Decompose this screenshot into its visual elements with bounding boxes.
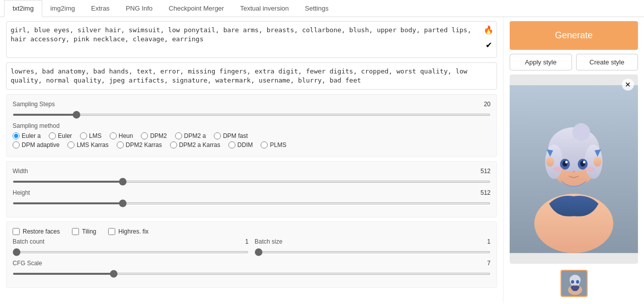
batch-size-value: 1 — [487, 238, 491, 245]
radio-ddim[interactable]: DDIM — [228, 141, 253, 148]
fire-icon-button[interactable]: 🔥 — [482, 23, 495, 36]
thumbnail-item[interactable] — [560, 270, 588, 297]
style-buttons-row: Apply style Create style — [510, 54, 638, 70]
dimensions-section: Width 512 Height 512 — [6, 161, 497, 217]
svg-point-18 — [594, 157, 602, 167]
svg-point-15 — [585, 167, 595, 172]
tab-textual-inversion[interactable]: Textual inversion — [232, 0, 297, 17]
radio-plms[interactable]: PLMS — [261, 141, 286, 148]
batch-size-row: Batch size 1 — [255, 238, 491, 255]
steps-value: 20 — [484, 101, 491, 108]
check-icon-button[interactable]: ✔ — [482, 38, 495, 51]
radio-lms[interactable]: LMS — [80, 132, 102, 139]
cfg-value: 7 — [487, 260, 491, 267]
svg-point-24 — [576, 280, 579, 284]
svg-point-16 — [573, 171, 576, 173]
svg-point-14 — [553, 167, 563, 172]
svg-point-5 — [573, 123, 590, 141]
sampling-section: Sampling Steps 20 Sampling method Euler … — [6, 94, 497, 157]
svg-point-23 — [571, 280, 574, 284]
tab-img2img[interactable]: img2img — [42, 0, 83, 17]
tab-png-info[interactable]: PNG Info — [118, 0, 160, 17]
radio-dpm2[interactable]: DPM2 — [141, 132, 167, 139]
checkbox-row: Restore faces Tiling Highres. fix — [13, 228, 491, 235]
image-display-area: ✕ — [510, 74, 638, 264]
width-slider[interactable] — [13, 181, 491, 183]
tiling-label: Tiling — [82, 228, 96, 235]
batch-count-value: 1 — [245, 238, 249, 245]
highres-fix-label: Highres. fix — [118, 228, 148, 235]
prompt-icons: 🔥 ✔ — [482, 23, 495, 51]
svg-point-21 — [570, 275, 581, 285]
sampling-method-label: Sampling method — [13, 122, 491, 129]
right-panel: Generate Apply style Create style — [503, 17, 644, 303]
height-slider-row: Height 512 — [13, 189, 491, 206]
options-section: Restore faces Tiling Highres. fix Batch … — [6, 221, 497, 288]
radio-heun[interactable]: Heun — [110, 132, 133, 139]
svg-point-12 — [565, 161, 568, 164]
svg-point-13 — [583, 161, 586, 164]
batch-size-label: Batch size — [255, 238, 282, 245]
height-slider[interactable] — [13, 202, 491, 204]
width-value: 512 — [480, 168, 491, 175]
negative-prompt-input[interactable] — [6, 62, 497, 90]
close-image-button[interactable]: ✕ — [622, 79, 634, 91]
radio-dpm2a[interactable]: DPM2 a — [175, 132, 206, 139]
steps-label: Sampling Steps — [13, 101, 55, 108]
radio-lms-karras[interactable]: LMS Karras — [67, 141, 108, 148]
radio-euler[interactable]: Euler — [49, 132, 72, 139]
width-slider-row: Width 512 — [13, 168, 491, 184]
sampling-method-row2: DPM adaptive LMS Karras DPM2 Karras DPM2… — [13, 141, 491, 148]
radio-euler-a[interactable]: Euler a — [13, 132, 41, 139]
width-label: Width — [13, 168, 28, 175]
batch-size-slider[interactable] — [255, 251, 491, 253]
radio-dpm-fast[interactable]: DPM fast — [214, 132, 248, 139]
cfg-label: CFG Scale — [13, 260, 42, 267]
height-value: 512 — [480, 189, 491, 196]
positive-prompt-input[interactable] — [6, 21, 497, 58]
tab-checkpoint-merger[interactable]: Checkpoint Merger — [160, 0, 232, 17]
tab-extras[interactable]: Extras — [83, 0, 118, 17]
tiling-checkbox[interactable]: Tiling — [72, 228, 96, 235]
batch-sliders: Batch count 1 Batch size 1 — [13, 238, 491, 260]
svg-point-17 — [546, 157, 554, 167]
steps-slider-row: Sampling Steps 20 — [13, 101, 491, 117]
generated-image — [510, 74, 638, 264]
restore-faces-checkbox[interactable]: Restore faces — [13, 228, 60, 235]
radio-dpm-adaptive[interactable]: DPM adaptive — [13, 141, 59, 148]
highres-fix-checkbox[interactable]: Highres. fix — [108, 228, 148, 235]
positive-prompt-area: 🔥 ✔ — [6, 21, 497, 59]
sampling-method-row1: Euler a Euler LMS Heun DPM2 — [13, 132, 491, 139]
steps-slider[interactable] — [13, 114, 491, 116]
radio-dpm2a-karras[interactable]: DPM2 a Karras — [170, 141, 220, 148]
apply-style-button[interactable]: Apply style — [510, 54, 572, 70]
cfg-scale-row: CFG Scale 7 — [13, 260, 491, 276]
thumbnail-strip — [510, 268, 638, 299]
left-panel: 🔥 ✔ Sampling Steps 20 Sampling method — [0, 17, 503, 303]
tab-bar: txt2img img2img Extras PNG Info Checkpoi… — [0, 0, 644, 17]
restore-faces-label: Restore faces — [23, 228, 60, 235]
batch-count-label: Batch count — [13, 238, 44, 245]
tab-settings[interactable]: Settings — [297, 0, 337, 17]
negative-prompt-area — [6, 62, 497, 91]
batch-count-slider[interactable] — [13, 251, 249, 253]
create-style-button[interactable]: Create style — [576, 54, 638, 70]
tab-txt2img[interactable]: txt2img — [4, 0, 42, 17]
radio-dpm2-karras[interactable]: DPM2 Karras — [117, 141, 162, 148]
height-label: Height — [13, 189, 30, 196]
batch-count-row: Batch count 1 — [13, 238, 249, 255]
cfg-slider[interactable] — [13, 273, 491, 275]
generate-button[interactable]: Generate — [510, 21, 638, 50]
